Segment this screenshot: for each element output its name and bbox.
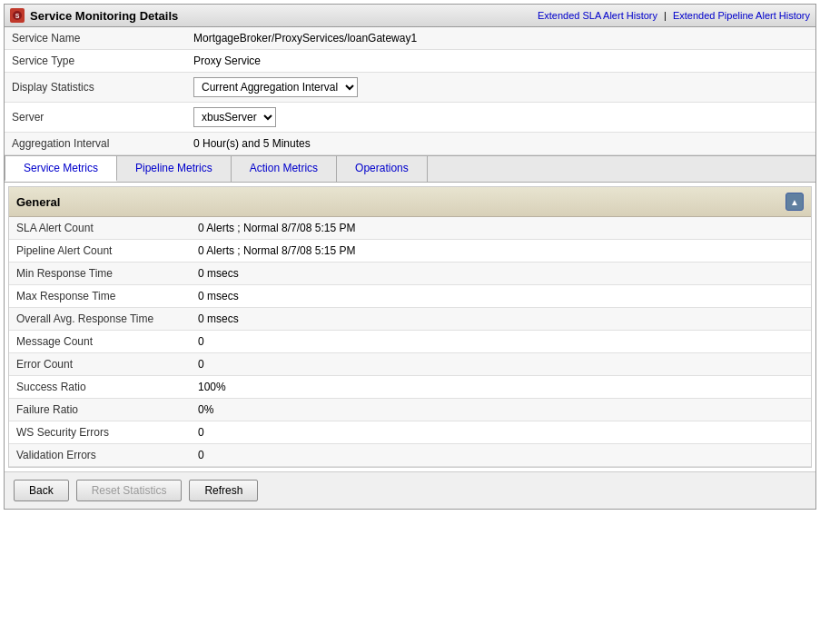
metric-value: 100% — [191, 376, 811, 399]
metric-value: 0 msecs — [191, 308, 811, 331]
table-row: Min Response Time0 msecs — [9, 263, 811, 285]
page-wrapper: S Service Monitoring Details Extended SL… — [4, 4, 816, 510]
metric-label: WS Security Errors — [9, 421, 191, 444]
table-row: Overall Avg. Response Time0 msecs — [9, 308, 811, 331]
aggregation-label: Aggregation Interval — [5, 133, 186, 155]
metric-value: 0 — [191, 331, 811, 353]
extended-sla-alert-history-link[interactable]: Extended SLA Alert History — [538, 10, 657, 21]
metric-value: 0 msecs — [191, 285, 811, 308]
server-label: Server — [5, 103, 186, 133]
metric-value: 0 msecs — [191, 263, 811, 285]
aggregation-value: 0 Hour(s) and 5 Minutes — [186, 133, 815, 155]
service-name-row: Service Name MortgageBroker/ProxyService… — [5, 27, 815, 50]
reset-statistics-button[interactable]: Reset Statistics — [76, 480, 183, 501]
footer: Back Reset Statistics Refresh — [5, 471, 815, 509]
display-stats-cell: Current Aggregation Interval — [186, 73, 815, 103]
display-stats-label: Display Statistics — [5, 73, 186, 103]
tab-service-metrics[interactable]: Service Metrics — [5, 156, 117, 182]
collapse-icon: ▲ — [790, 197, 799, 207]
content-area: General ▲ SLA Alert Count0 Alerts ; Norm… — [8, 186, 812, 468]
page-title: Service Monitoring Details — [30, 9, 538, 23]
metric-label: Max Response Time — [9, 285, 191, 308]
metric-label: Message Count — [9, 331, 191, 353]
metric-value: 0% — [191, 399, 811, 421]
display-stats-select[interactable]: Current Aggregation Interval — [193, 77, 358, 97]
metric-value: 0 — [191, 353, 811, 376]
metric-value: 0 — [191, 421, 811, 444]
service-name-label: Service Name — [5, 27, 186, 50]
table-row: SLA Alert Count0 Alerts ; Normal 8/7/08 … — [9, 217, 811, 240]
service-type-row: Service Type Proxy Service — [5, 50, 815, 73]
table-row: Failure Ratio0% — [9, 399, 811, 421]
service-name-value: MortgageBroker/ProxyServices/loanGateway… — [186, 27, 815, 50]
table-row: Pipeline Alert Count0 Alerts ; Normal 8/… — [9, 240, 811, 263]
metric-label: Failure Ratio — [9, 399, 191, 421]
server-cell: xbusServer — [186, 103, 815, 133]
refresh-button[interactable]: Refresh — [189, 480, 258, 501]
service-type-value: Proxy Service — [186, 50, 815, 73]
section-header: General ▲ — [9, 187, 811, 217]
metric-value: 0 Alerts ; Normal 8/7/08 5:15 PM — [191, 217, 811, 240]
metric-label: Overall Avg. Response Time — [9, 308, 191, 331]
table-row: Error Count0 — [9, 353, 811, 376]
back-button[interactable]: Back — [14, 480, 69, 501]
tab-pipeline-metrics[interactable]: Pipeline Metrics — [117, 156, 232, 182]
collapse-button[interactable]: ▲ — [785, 193, 804, 211]
server-row: Server xbusServer — [5, 103, 815, 133]
table-row: Message Count0 — [9, 331, 811, 353]
section-title: General — [16, 195, 60, 209]
info-table: Service Name MortgageBroker/ProxyService… — [5, 27, 815, 155]
metric-label: Pipeline Alert Count — [9, 240, 191, 263]
metrics-table: SLA Alert Count0 Alerts ; Normal 8/7/08 … — [9, 217, 811, 467]
header-links: Extended SLA Alert History | Extended Pi… — [538, 10, 810, 21]
header-icon: S — [10, 8, 25, 23]
table-row: Validation Errors0 — [9, 444, 811, 467]
link-separator: | — [664, 10, 667, 21]
metric-value: 0 Alerts ; Normal 8/7/08 5:15 PM — [191, 240, 811, 263]
service-type-label: Service Type — [5, 50, 186, 73]
tab-operations[interactable]: Operations — [337, 156, 428, 182]
table-row: Max Response Time0 msecs — [9, 285, 811, 308]
table-row: Success Ratio100% — [9, 376, 811, 399]
tabs-row: Service Metrics Pipeline Metrics Action … — [5, 155, 815, 183]
tab-action-metrics[interactable]: Action Metrics — [232, 156, 337, 182]
metric-label: SLA Alert Count — [9, 217, 191, 240]
metric-label: Min Response Time — [9, 263, 191, 285]
table-row: WS Security Errors0 — [9, 421, 811, 444]
display-stats-row: Display Statistics Current Aggregation I… — [5, 73, 815, 103]
metric-label: Validation Errors — [9, 444, 191, 467]
metric-label: Success Ratio — [9, 376, 191, 399]
header: S Service Monitoring Details Extended SL… — [5, 5, 815, 27]
extended-pipeline-alert-history-link[interactable]: Extended Pipeline Alert History — [673, 10, 810, 21]
server-select[interactable]: xbusServer — [193, 107, 276, 127]
aggregation-row: Aggregation Interval 0 Hour(s) and 5 Min… — [5, 133, 815, 155]
metric-label: Error Count — [9, 353, 191, 376]
metric-value: 0 — [191, 444, 811, 467]
svg-text:S: S — [15, 13, 20, 19]
